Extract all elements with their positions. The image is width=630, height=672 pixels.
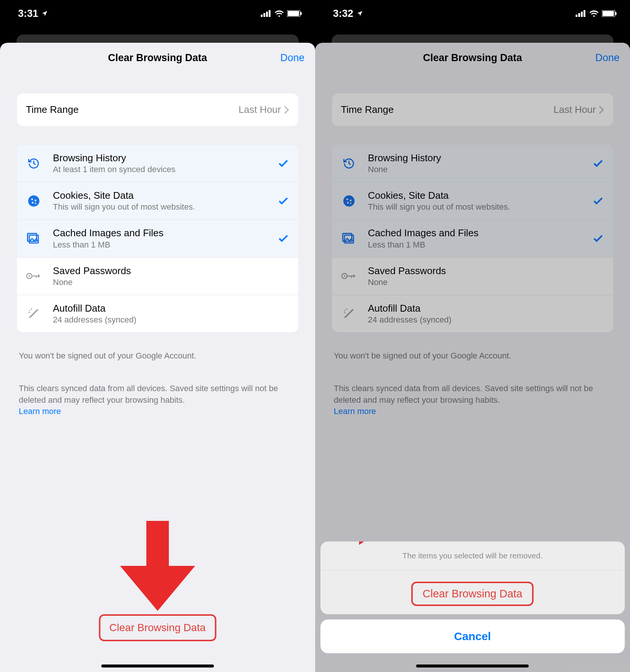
signal-icon: [576, 10, 586, 17]
svg-rect-17: [578, 13, 580, 17]
status-time: 3:31: [18, 8, 48, 20]
done-button[interactable]: Done: [280, 52, 305, 64]
time-range-group: Time Range Last Hour: [17, 93, 298, 126]
status-time: 3:32: [333, 8, 363, 20]
svg-point-9: [35, 200, 36, 201]
cancel-button[interactable]: Cancel: [320, 620, 625, 653]
time-range-value-wrap: Last Hour: [239, 104, 289, 116]
sheet: Clear Browsing Data Done Time Range Last…: [315, 43, 630, 672]
data-types-group: Browsing History At least 1 item on sync…: [17, 145, 298, 332]
row-sub: Less than 1 MB: [53, 240, 277, 250]
action-block: The items you selected will be removed. …: [320, 542, 625, 614]
time-range-value: Last Hour: [239, 104, 281, 116]
check-icon: [277, 195, 289, 207]
svg-rect-16: [576, 15, 577, 17]
wifi-icon: [274, 10, 284, 17]
svg-point-7: [28, 195, 39, 207]
status-icons: [261, 10, 302, 17]
svg-rect-2: [266, 12, 268, 17]
chevron-right-icon: [284, 106, 289, 114]
cookie-icon: [26, 193, 42, 209]
row-sub: None: [53, 278, 289, 287]
footer-note-1: You won't be signed out of your Google A…: [19, 350, 296, 362]
learn-more-link[interactable]: Learn more: [19, 406, 61, 416]
status-bar: 3:32: [315, 0, 630, 27]
time-text: 3:32: [333, 8, 353, 20]
sheet: Clear Browsing Data Done Time Range Last…: [0, 43, 315, 672]
svg-point-8: [31, 198, 33, 200]
nav-title: Clear Browsing Data: [108, 52, 207, 64]
row-sub: At least 1 item on synced devices: [53, 165, 277, 174]
clear-browsing-data-confirm-button[interactable]: Clear Browsing Data: [411, 582, 534, 606]
footer-note-2: This clears synced data from all devices…: [19, 383, 296, 417]
svg-point-10: [32, 202, 34, 204]
phone-left: 3:31 Clear Browsing Data Done Time Range…: [0, 0, 315, 672]
location-icon: [356, 10, 363, 17]
action-clear-row[interactable]: Clear Browsing Data: [320, 570, 625, 614]
row-title: Autofill Data: [53, 303, 289, 314]
annotation-arrow-down-icon: [120, 521, 195, 611]
row-sub: This will sign you out of most websites.: [53, 202, 277, 212]
svg-point-11: [35, 202, 36, 204]
home-indicator[interactable]: [101, 664, 214, 668]
image-icon: [26, 231, 42, 246]
battery-icon: [602, 10, 617, 17]
battery-icon: [287, 10, 302, 17]
row-title: Browsing History: [53, 152, 277, 164]
svg-rect-22: [615, 12, 616, 15]
svg-rect-21: [603, 11, 614, 16]
svg-rect-1: [263, 13, 265, 17]
check-icon: [277, 232, 289, 244]
status-bar: 3:31: [0, 0, 315, 27]
svg-rect-5: [288, 11, 299, 16]
wand-icon: [26, 306, 42, 321]
svg-rect-6: [301, 12, 302, 15]
row-title: Cached Images and Files: [53, 227, 277, 239]
action-sheet-header: The items you selected will be removed.: [320, 542, 625, 570]
status-icons: [576, 10, 617, 17]
row-sub: 24 addresses (synced): [53, 315, 289, 325]
row-autofill[interactable]: Autofill Data 24 addresses (synced): [17, 295, 298, 332]
time-text: 3:31: [18, 8, 38, 20]
phone-right: 3:32 Clear Browsing Data Done Time Range…: [315, 0, 630, 672]
location-icon: [41, 10, 48, 17]
signal-icon: [261, 10, 271, 17]
home-indicator[interactable]: [416, 664, 529, 668]
key-icon: [26, 268, 42, 284]
history-icon: [26, 156, 42, 171]
footer-note-2-text: This clears synced data from all devices…: [19, 384, 278, 405]
wifi-icon: [589, 10, 599, 17]
row-browsing-history[interactable]: Browsing History At least 1 item on sync…: [17, 145, 298, 182]
svg-point-15: [29, 275, 30, 277]
svg-rect-18: [581, 12, 583, 17]
action-sheet: The items you selected will be removed. …: [320, 542, 625, 653]
row-title: Saved Passwords: [53, 265, 289, 277]
time-range-row[interactable]: Time Range Last Hour: [17, 93, 298, 126]
time-range-label: Time Range: [26, 104, 79, 116]
clear-browsing-data-button[interactable]: Clear Browsing Data: [99, 614, 216, 641]
row-cookies[interactable]: Cookies, Site Data This will sign you ou…: [17, 182, 298, 219]
check-icon: [277, 158, 289, 170]
nav-bar: Clear Browsing Data Done: [0, 43, 315, 73]
svg-rect-19: [583, 10, 585, 17]
row-passwords[interactable]: Saved Passwords None: [17, 257, 298, 295]
row-title: Cookies, Site Data: [53, 190, 277, 201]
svg-rect-3: [269, 10, 271, 17]
svg-rect-0: [261, 15, 263, 17]
row-cached[interactable]: Cached Images and Files Less than 1 MB: [17, 219, 298, 257]
